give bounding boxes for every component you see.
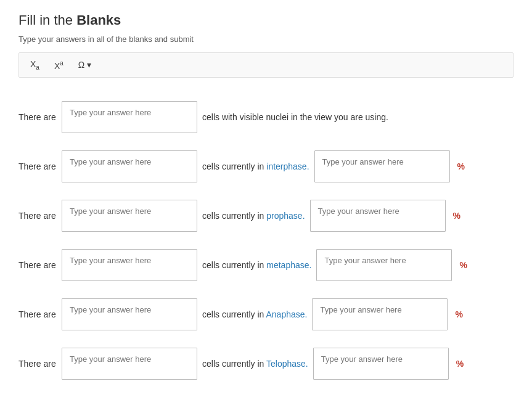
- instruction-text: Type your answers in all of the blanks a…: [18, 35, 514, 44]
- answer-rows: There are cells with visible nuclei in t…: [18, 92, 514, 388]
- row-label: There are: [18, 309, 57, 319]
- row-mid-text: cells currently in metaphase.: [202, 260, 311, 270]
- row-label: There are: [18, 112, 57, 122]
- row-label: There are: [18, 162, 57, 171]
- percent-symbol: %: [457, 162, 465, 171]
- percent-input-prophase[interactable]: [310, 200, 446, 232]
- omega-label: Ω ▾: [78, 60, 91, 70]
- superscript-label: Xa: [54, 60, 63, 71]
- percent-input-interphase[interactable]: [314, 150, 450, 182]
- answer-input-telophase[interactable]: [62, 348, 197, 380]
- answer-input-metaphase[interactable]: [62, 249, 197, 281]
- percent-symbol: %: [453, 211, 460, 221]
- row-label: There are: [18, 211, 57, 221]
- omega-button[interactable]: Ω ▾: [76, 59, 94, 71]
- row-mid-text: cells currently in prophase.: [202, 211, 305, 221]
- row-mid-text: cells currently in interphase.: [202, 162, 309, 171]
- row-interphase: There are cells currently in interphase.…: [18, 142, 514, 191]
- answer-input-anaphase[interactable]: [62, 298, 197, 330]
- percent-symbol: %: [459, 260, 467, 270]
- row-prophase: There are cells currently in prophase. %: [18, 191, 514, 240]
- answer-input-nuclei[interactable]: [62, 101, 197, 133]
- answer-input-interphase[interactable]: [62, 150, 197, 182]
- row-label: There are: [18, 260, 57, 270]
- subscript-label: Xa: [30, 59, 39, 71]
- formatting-toolbar: Xa Xa Ω ▾: [18, 52, 514, 78]
- percent-input-anaphase[interactable]: [312, 298, 448, 330]
- page-title: Fill in the Blanks: [18, 12, 514, 28]
- row-mid-text: cells currently in Anaphase.: [202, 309, 307, 319]
- row-mid-text: cells currently in Telophase.: [202, 359, 308, 369]
- percent-symbol: %: [456, 359, 464, 369]
- subscript-button[interactable]: Xa: [28, 58, 42, 72]
- row-nuclei: There are cells with visible nuclei in t…: [18, 92, 514, 142]
- row-metaphase: There are cells currently in metaphase. …: [18, 240, 514, 290]
- superscript-button[interactable]: Xa: [52, 59, 66, 72]
- answer-input-prophase[interactable]: [62, 200, 197, 232]
- row-anaphase: There are cells currently in Anaphase. %: [18, 290, 514, 339]
- percent-symbol: %: [455, 309, 462, 319]
- row-label: There are: [18, 359, 57, 369]
- percent-input-telophase[interactable]: [313, 348, 449, 380]
- row-mid-text: cells with visible nuclei in the view yo…: [202, 112, 388, 122]
- row-telophase: There are cells currently in Telophase. …: [18, 339, 514, 388]
- percent-input-metaphase[interactable]: [316, 249, 452, 281]
